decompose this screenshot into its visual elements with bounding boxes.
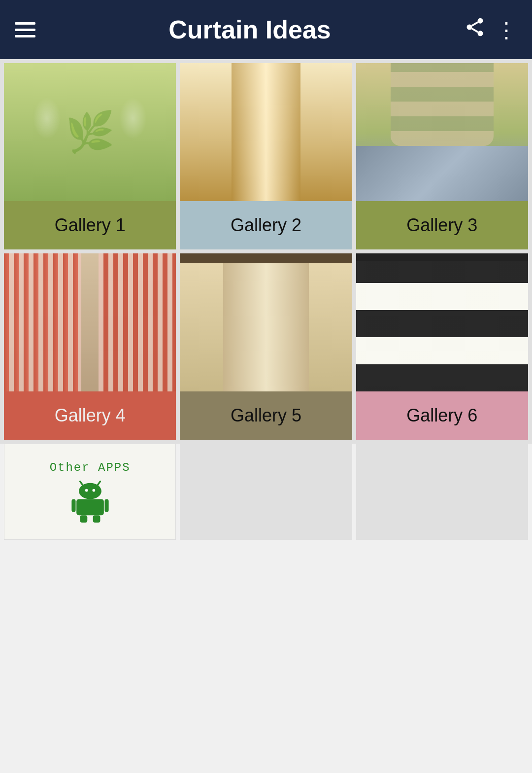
- empty-cell-1: [180, 444, 352, 540]
- share-icon[interactable]: [464, 16, 486, 43]
- svg-rect-13: [80, 515, 87, 523]
- gallery-item-2[interactable]: Gallery 2: [180, 63, 352, 249]
- gallery-item-1[interactable]: Gallery 1: [4, 63, 176, 249]
- android-robot-icon: [68, 478, 112, 523]
- app-header: Curtain Ideas ⋮: [0, 0, 532, 59]
- gallery-label-2: Gallery 2: [180, 201, 352, 249]
- svg-rect-14: [93, 515, 100, 523]
- svg-point-8: [85, 489, 88, 492]
- svg-rect-12: [104, 499, 108, 512]
- gallery-item-3[interactable]: Gallery 3: [356, 63, 528, 249]
- svg-rect-10: [76, 499, 104, 516]
- svg-point-7: [79, 483, 101, 499]
- gallery-item-4[interactable]: Gallery 4: [4, 253, 176, 440]
- gallery-item-6[interactable]: Gallery 6: [356, 253, 528, 440]
- svg-point-1: [466, 25, 472, 30]
- gallery-label-5: Gallery 5: [180, 391, 352, 440]
- bottom-row: Other APPS: [0, 444, 532, 544]
- gallery-image-2: [180, 63, 352, 201]
- gallery-image-1: [4, 63, 176, 201]
- gallery-image-3: [356, 63, 528, 201]
- menu-button[interactable]: [15, 22, 35, 37]
- gallery-item-5[interactable]: Gallery 5: [180, 253, 352, 440]
- gallery-image-6: [356, 253, 528, 391]
- svg-line-3: [472, 29, 478, 32]
- svg-point-2: [477, 31, 483, 36]
- gallery-label-4: Gallery 4: [4, 391, 176, 440]
- gallery-label-6: Gallery 6: [356, 391, 528, 440]
- page-title: Curtain Ideas: [168, 15, 331, 44]
- more-options-icon[interactable]: ⋮: [496, 17, 517, 42]
- gallery-image-4: [4, 253, 176, 391]
- empty-cell-2: [356, 444, 528, 540]
- header-actions: ⋮: [464, 16, 517, 43]
- svg-point-9: [92, 489, 95, 492]
- svg-line-4: [472, 22, 478, 26]
- svg-point-0: [477, 18, 483, 24]
- svg-rect-11: [71, 499, 75, 512]
- other-apps-title: Other APPS: [50, 461, 131, 474]
- gallery-label-3: Gallery 3: [356, 201, 528, 249]
- other-apps-tile[interactable]: Other APPS: [4, 444, 176, 540]
- gallery-image-5: [180, 253, 352, 391]
- gallery-label-1: Gallery 1: [4, 201, 176, 249]
- gallery-grid: Gallery 1 Gallery 2 Gallery 3 Gallery 4 …: [0, 59, 532, 444]
